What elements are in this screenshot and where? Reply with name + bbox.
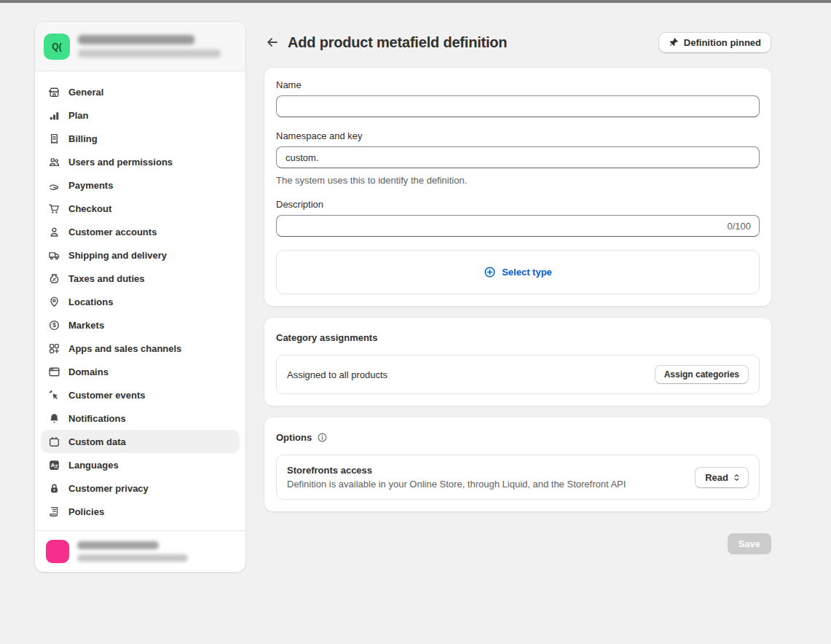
sidebar-item-label: Markets (68, 320, 104, 331)
sidebar-item-billing[interactable]: Billing (41, 127, 240, 150)
options-card: Options Storefronts access Definition is… (264, 417, 771, 511)
sidebar-item-plan[interactable]: Plan (41, 103, 240, 127)
domains-icon (48, 366, 60, 378)
namespace-help-text: The system uses this to identify the def… (276, 175, 760, 186)
options-heading-label: Options (276, 432, 312, 443)
save-row: Save (264, 533, 771, 554)
sidebar-item-payments[interactable]: Payments (41, 173, 240, 197)
pin-icon (669, 37, 679, 47)
sidebar-item-shipping-and-delivery[interactable]: Shipping and delivery (41, 243, 240, 267)
sidebar-item-label: Languages (68, 460, 119, 471)
name-field-group: Name (276, 79, 760, 117)
category-assignments-card: Category assignments Assigned to all pro… (264, 318, 771, 406)
storefronts-access-title: Storefronts access (287, 465, 626, 476)
definition-pinned-label: Definition pinned (684, 37, 761, 48)
definition-pinned-button[interactable]: Definition pinned (658, 32, 771, 53)
sidebar-item-label: Policies (68, 506, 104, 517)
page-title: Add product metafield definition (288, 34, 507, 51)
user-avatar (46, 540, 69, 563)
sidebar-item-label: Plan (68, 110, 88, 121)
sidebar-item-label: Domains (68, 366, 109, 377)
policies-icon (48, 506, 60, 518)
sidebar-item-customer-events[interactable]: Customer events (41, 383, 240, 407)
main-content: Add product metafield definition Definit… (264, 22, 771, 572)
payments-icon (48, 179, 60, 192)
sidebar-item-label: Shipping and delivery (68, 250, 167, 261)
billing-icon (48, 133, 60, 145)
arrow-left-icon (266, 36, 279, 49)
sidebar-item-notifications[interactable]: Notifications (41, 407, 240, 430)
sidebar-item-label: Customer privacy (68, 483, 149, 494)
description-label: Description (276, 199, 760, 210)
sidebar-item-general[interactable]: General (41, 80, 240, 103)
sidebar-item-label: Custom data (68, 436, 126, 447)
settings-sidebar: Q( GeneralPlanBillingUsers and permissio… (35, 22, 245, 572)
sidebar-item-customer-accounts[interactable]: Customer accounts (41, 220, 240, 243)
select-type-box: Select type (276, 250, 760, 294)
sidebar-item-label: Checkout (68, 203, 111, 214)
namespace-field-group: Namespace and key The system uses this t… (276, 130, 760, 186)
info-icon[interactable] (317, 432, 328, 443)
storefronts-access-text: Storefronts access Definition is availab… (287, 465, 626, 490)
storefronts-access-select[interactable]: Read (695, 467, 749, 488)
sidebar-item-customer-privacy[interactable]: Customer privacy (41, 476, 240, 500)
truck-icon (48, 249, 60, 262)
sidebar-item-markets[interactable]: $Markets (41, 313, 240, 337)
sidebar-item-users-and-permissions[interactable]: Users and permissions (41, 150, 240, 173)
svg-text:$: $ (52, 321, 56, 329)
svg-text:A: A (50, 462, 55, 468)
sidebar-item-label: Taxes and duties (68, 273, 145, 284)
description-input[interactable] (276, 215, 760, 237)
page-header: Add product metafield definition Definit… (264, 31, 771, 53)
storefronts-access-value: Read (705, 472, 728, 483)
back-button[interactable] (264, 34, 280, 50)
cursor-click-icon (48, 389, 60, 401)
character-counter: 0/100 (727, 221, 751, 232)
options-heading: Options (276, 432, 760, 443)
sidebar-item-label: General (68, 87, 103, 98)
taxes-icon (48, 272, 60, 285)
user-info (77, 541, 188, 562)
user-email-redacted (77, 554, 188, 562)
definition-card: Name Namespace and key The system uses t… (264, 68, 771, 306)
assign-categories-button[interactable]: Assign categories (655, 365, 749, 384)
store-header[interactable]: Q( (35, 22, 245, 71)
sidebar-item-checkout[interactable]: Checkout (41, 197, 240, 220)
person-icon (48, 226, 60, 238)
sidebar-item-languages[interactable]: ALanguages (41, 453, 240, 476)
custom-data-icon (48, 436, 60, 448)
storefronts-access-row: Storefronts access Definition is availab… (276, 455, 760, 500)
languages-icon: A (48, 459, 60, 471)
checkout-cart-icon (48, 203, 60, 215)
sidebar-item-custom-data[interactable]: Custom data (41, 430, 240, 453)
sidebar-item-label: Customer accounts (68, 227, 157, 237)
save-button[interactable]: Save (728, 533, 771, 554)
description-field-group: Description 0/100 (276, 199, 760, 237)
sidebar-item-label: Notifications (68, 413, 126, 424)
store-icon (48, 86, 60, 98)
name-label: Name (276, 79, 760, 90)
category-status-text: Assigned to all products (287, 369, 387, 380)
sidebar-item-domains[interactable]: Domains (41, 360, 240, 383)
markets-globe-icon: $ (48, 319, 60, 331)
apps-icon (48, 342, 60, 355)
user-name-redacted (77, 541, 159, 549)
select-type-label: Select type (502, 267, 552, 278)
plan-icon (48, 109, 60, 122)
sidebar-item-policies[interactable]: Policies (41, 500, 240, 523)
sidebar-item-taxes-and-duties[interactable]: Taxes and duties (41, 267, 240, 290)
sidebar-nav: GeneralPlanBillingUsers and permissionsP… (35, 71, 245, 530)
namespace-input[interactable] (276, 146, 760, 168)
location-pin-icon (48, 296, 60, 308)
updown-chevrons-icon (732, 473, 741, 482)
select-type-button[interactable]: Select type (479, 265, 556, 279)
storefronts-access-description: Definition is available in your Online S… (287, 479, 626, 490)
sidebar-item-locations[interactable]: Locations (41, 290, 240, 313)
store-url-redacted (78, 50, 221, 58)
sidebar-item-label: Locations (68, 297, 113, 307)
name-input[interactable] (276, 95, 760, 117)
sidebar-item-label: Payments (68, 180, 113, 191)
sidebar-item-apps-and-sales-channels[interactable]: Apps and sales channels (41, 337, 240, 360)
user-footer[interactable] (35, 530, 245, 572)
sidebar-item-label: Billing (68, 133, 98, 144)
